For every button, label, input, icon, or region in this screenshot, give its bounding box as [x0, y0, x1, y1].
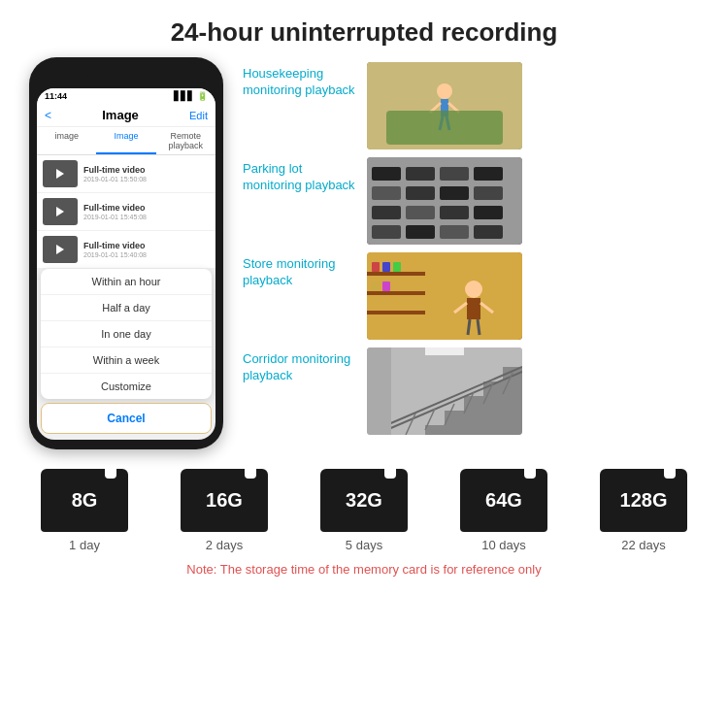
tab-remote-playback[interactable]: Remote playback: [156, 127, 215, 154]
svg-rect-12: [474, 167, 503, 181]
corridor-image: [367, 347, 522, 435]
housekeeping-image: [367, 62, 522, 149]
back-button[interactable]: <: [45, 109, 51, 122]
tab-image[interactable]: image: [37, 127, 96, 154]
svg-rect-21: [372, 225, 401, 239]
svg-rect-32: [372, 281, 380, 291]
svg-point-34: [465, 281, 482, 298]
page-header: 24-hour uninterrupted recording: [0, 0, 728, 57]
svg-rect-28: [367, 311, 425, 314]
corridor-label: Corridor monitoringplayback: [243, 347, 359, 384]
video-item-3[interactable]: Full-time video 2019-01-01 15:40:08: [37, 231, 215, 269]
sd-card-item-8g: 8G 1 day: [41, 469, 128, 552]
video-date-3: 2019-01-01 15:40:08: [83, 251, 210, 258]
store-label: Store monitoringplayback: [243, 252, 359, 289]
sd-card-size-64g: 64G: [485, 489, 522, 512]
svg-rect-15: [440, 186, 469, 200]
monitoring-item-store: Store monitoringplayback: [243, 252, 709, 340]
svg-rect-17: [372, 206, 401, 219]
svg-rect-33: [382, 281, 390, 291]
sd-card-item-64g: 64G 10 days: [460, 469, 547, 552]
sd-card-size-128g: 128G: [620, 489, 668, 512]
phone-notch: [87, 67, 165, 84]
status-bar: 11:44 ▋▋▋ 🔋: [37, 88, 215, 104]
video-title-3: Full-time video: [83, 241, 210, 250]
svg-rect-30: [382, 262, 390, 272]
svg-rect-29: [372, 262, 380, 272]
video-title-1: Full-time video: [83, 165, 210, 175]
video-item-1[interactable]: Full-time video 2019-01-01 15:50:08: [37, 155, 215, 193]
sd-card-days-16g: 2 days: [206, 538, 243, 552]
video-item-2[interactable]: Full-time video 2019-01-01 15:45:08: [37, 193, 215, 231]
svg-line-38: [468, 319, 470, 335]
app-header: < Image Edit: [37, 104, 215, 127]
signal-icons: ▋▋▋ 🔋: [174, 91, 208, 101]
sd-card-item-16g: 16G 2 days: [181, 469, 268, 552]
sd-card-days-128g: 22 days: [621, 538, 666, 552]
menu-item-half-day[interactable]: Half a day: [41, 295, 212, 321]
housekeeping-svg: [367, 62, 522, 149]
video-thumb-2: [43, 198, 78, 225]
menu-item-customize[interactable]: Customize: [41, 374, 212, 399]
parking-image: [367, 157, 522, 245]
sd-card-8g: 8G: [41, 469, 128, 532]
sd-card-days-8g: 1 day: [69, 538, 100, 552]
monitoring-item-corridor: Corridor monitoringplayback: [243, 347, 709, 435]
sd-card-128g: 128G: [600, 469, 687, 532]
storage-note: Note: The storage time of the memory car…: [15, 562, 713, 577]
svg-rect-9: [372, 167, 401, 181]
video-date-1: 2019-01-01 15:50:08: [83, 176, 210, 182]
svg-rect-13: [372, 186, 401, 200]
video-date-2: 2019-01-01 15:45:08: [83, 214, 210, 220]
svg-rect-18: [406, 206, 435, 219]
svg-rect-20: [474, 206, 503, 219]
svg-rect-10: [406, 167, 435, 181]
sd-cards-row: 8G 1 day 16G 2 days 32G 5 days 64G 10 da…: [15, 469, 713, 552]
app-title: Image: [102, 108, 139, 122]
menu-item-within-hour[interactable]: Within an hour: [41, 269, 212, 295]
svg-rect-31: [393, 262, 401, 272]
menu-item-within-week[interactable]: Within a week: [41, 347, 212, 374]
app-tabs: image Image Remote playback: [37, 127, 215, 155]
video-list: Full-time video 2019-01-01 15:50:08 Full…: [37, 155, 215, 269]
svg-rect-52: [367, 347, 391, 435]
svg-point-1: [437, 83, 452, 99]
housekeeping-label: Housekeepingmonitoring playback: [243, 62, 359, 99]
sd-card-32g: 32G: [320, 469, 408, 532]
edit-button[interactable]: Edit: [189, 110, 208, 121]
video-info-2: Full-time video 2019-01-01 15:45:08: [83, 203, 210, 220]
sd-card-days-32g: 5 days: [346, 538, 382, 552]
parking-label: Parking lotmonitoring playback: [243, 157, 359, 194]
corridor-svg: [367, 347, 522, 435]
svg-rect-7: [386, 111, 503, 145]
sd-card-16g: 16G: [181, 469, 268, 532]
svg-rect-24: [474, 225, 503, 239]
svg-rect-51: [425, 347, 464, 355]
sd-card-item-128g: 128G 22 days: [600, 469, 687, 552]
play-icon-3: [56, 245, 64, 254]
svg-rect-26: [367, 272, 425, 276]
play-icon-2: [56, 207, 64, 216]
sd-card-64g: 64G: [460, 469, 547, 532]
monitoring-item-housekeeping: Housekeepingmonitoring playback: [243, 62, 709, 149]
play-icon-1: [56, 169, 64, 179]
monitoring-section: Housekeepingmonitoring playback: [243, 57, 709, 449]
main-content: 11:44 ▋▋▋ 🔋 < Image Edit image Image: [0, 57, 728, 449]
svg-rect-27: [367, 291, 425, 295]
video-thumb-3: [43, 236, 78, 263]
sd-card-size-16g: 16G: [206, 489, 243, 512]
sd-card-size-32g: 32G: [346, 489, 382, 512]
phone-screen: 11:44 ▋▋▋ 🔋 < Image Edit image Image: [37, 88, 215, 440]
video-info-3: Full-time video 2019-01-01 15:40:08: [83, 241, 210, 258]
menu-item-one-day[interactable]: In one day: [41, 321, 212, 347]
cancel-button[interactable]: Cancel: [41, 403, 212, 434]
monitoring-item-parking: Parking lotmonitoring playback: [243, 157, 709, 245]
svg-rect-19: [440, 206, 469, 219]
tab-image-active[interactable]: Image: [96, 127, 155, 154]
video-info-1: Full-time video 2019-01-01 15:50:08: [83, 165, 210, 182]
phone-time: 11:44: [45, 91, 67, 101]
svg-rect-22: [406, 225, 435, 239]
page-title: 24-hour uninterrupted recording: [19, 17, 709, 48]
bottom-section: 8G 1 day 16G 2 days 32G 5 days 64G 10 da…: [0, 449, 728, 586]
sd-card-days-64g: 10 days: [481, 538, 526, 552]
